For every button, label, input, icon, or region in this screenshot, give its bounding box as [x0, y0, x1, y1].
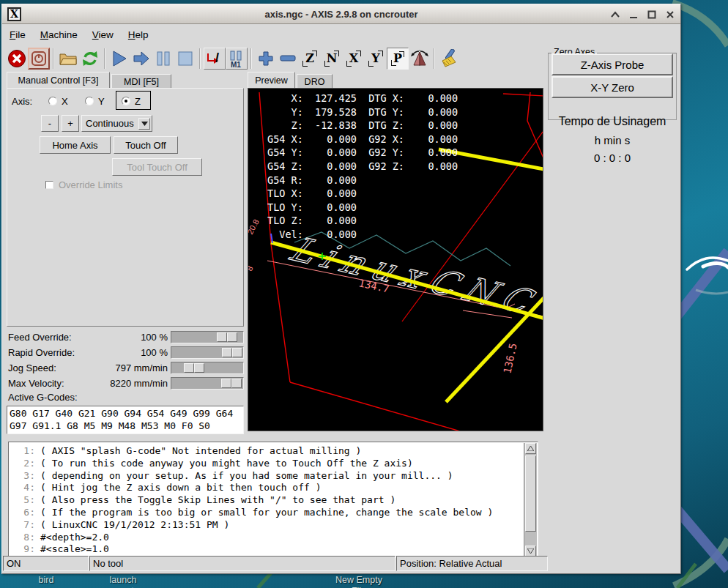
view-y-icon[interactable]: Y	[365, 48, 387, 70]
active-gcodes-label: Active G-Codes:	[8, 392, 78, 403]
axis-window: X axis.ngc - AXIS 2.9.8 on cncrouter Fil…	[1, 4, 681, 574]
slider-handle[interactable]	[184, 363, 194, 373]
scroll-up-icon[interactable]	[525, 443, 536, 454]
slider-handle[interactable]	[222, 348, 232, 357]
tab-dro[interactable]: DRO	[297, 74, 333, 89]
maximize-button[interactable]	[645, 8, 658, 21]
minimize-button[interactable]	[627, 8, 639, 21]
view-z-icon[interactable]: Z	[299, 48, 321, 70]
status-tool: No tool	[89, 556, 395, 571]
reload-icon[interactable]	[79, 48, 101, 70]
axis-y-label: Y	[98, 96, 105, 107]
view-x-icon[interactable]: X	[343, 48, 365, 70]
jog-speed-label: Jog Speed:	[8, 362, 56, 373]
menu-help[interactable]: Help	[121, 27, 156, 42]
window-title: axis.ngc - AXIS 2.9.8 on cncrouter	[2, 9, 680, 20]
jog-minus-button[interactable]: -	[41, 115, 59, 132]
estop-icon[interactable]	[6, 48, 28, 70]
menu-view[interactable]: View	[85, 27, 121, 42]
program-line: 2:( To run this code anyway you might ha…	[13, 458, 521, 470]
tab-preview[interactable]: Preview	[248, 72, 295, 89]
tempo-value: 0 : 0 : 0	[547, 152, 677, 164]
dro-readout: X: 127.425 DTG X: 0.000 Y: 179.528 DTG Y…	[267, 92, 458, 242]
program-line: 8:#<depth>=2.0	[13, 532, 521, 544]
zoom-out-icon[interactable]	[277, 48, 299, 70]
preview-canvas[interactable]: X: 127.425 DTG X: 0.000 Y: 179.528 DTG Y…	[248, 88, 543, 431]
status-machine-state: ON	[3, 556, 89, 571]
view-perspective-icon[interactable]: P	[387, 48, 409, 70]
status-position-mode: Position: Relative Actual	[396, 556, 548, 571]
menu-file[interactable]: File	[2, 27, 33, 42]
vertical-scrollbar[interactable]	[524, 443, 537, 557]
max-velocity-slider[interactable]	[171, 377, 244, 390]
manual-control-panel: Axis: X Y Z - + Continuous Home Axis Tou…	[7, 88, 244, 327]
status-text: No tool	[93, 558, 123, 569]
rapid-override-slider[interactable]	[171, 346, 244, 359]
slider-handle[interactable]	[227, 332, 237, 342]
desktop-icon-launch-cncrouter[interactable]: launch cncrouter	[86, 575, 160, 588]
feed-override-slider[interactable]	[171, 331, 244, 343]
jog-plus-button[interactable]: +	[62, 115, 79, 132]
tempo-title: Tempo de Usinagem	[547, 115, 677, 128]
desktop-icon-label: New Empty	[322, 575, 395, 586]
home-axis-button[interactable]: Home Axis	[40, 136, 111, 154]
menu-bar: File Machine View Help	[2, 25, 680, 44]
jog-speed-value: 797 mm/min	[90, 362, 168, 373]
shade-button[interactable]	[609, 8, 621, 21]
tab-label: Preview	[255, 75, 287, 86]
max-velocity-value: 8220 mm/min	[90, 378, 168, 389]
slider-handle[interactable]	[231, 379, 242, 388]
stop-icon[interactable]	[174, 48, 196, 70]
tab-mdi[interactable]: MDI [F5]	[111, 74, 171, 89]
status-text: ON	[7, 558, 21, 569]
scroll-down-icon[interactable]	[525, 546, 536, 557]
tab-manual-control[interactable]: Manual Control [F3]	[7, 72, 110, 89]
z-axis-probe-button[interactable]: Z-Axis Probe	[551, 53, 673, 75]
override-limits-label: Override Limits	[59, 179, 122, 190]
menu-machine[interactable]: Machine	[33, 27, 85, 42]
close-button[interactable]	[664, 8, 676, 21]
open-file-icon[interactable]	[57, 48, 79, 70]
x-y-zero-button[interactable]: X-Y Zero	[551, 76, 673, 98]
jog-mode-select[interactable]: Continuous	[81, 115, 152, 132]
optional-stop-m1-icon[interactable]: M1	[226, 48, 248, 70]
tool-touch-off-button: Tool Touch Off	[112, 158, 202, 176]
run-icon[interactable]	[108, 48, 130, 70]
toggle-skip-lines-icon[interactable]: /	[204, 48, 226, 70]
program-line: 3:( depending on your setup. As if you h…	[13, 470, 521, 483]
axis-x-radio[interactable]	[48, 97, 57, 105]
axis-x-label: X	[62, 96, 68, 107]
machine-power-icon[interactable]	[28, 48, 50, 70]
screen: bird launch cncrouter New Empty File X a…	[0, 0, 728, 588]
slider-handle[interactable]	[232, 348, 242, 357]
svg-text:/: /	[215, 51, 219, 65]
slider-handle[interactable]	[221, 379, 231, 388]
pause-icon[interactable]	[152, 48, 174, 70]
program-listing[interactable]: 1:( AXIS "splash G-code" Not intended fo…	[8, 442, 538, 558]
toolbar-separator	[199, 48, 201, 69]
touch-off-button[interactable]: Touch Off	[114, 136, 178, 154]
program-line: 4:( Hint jog the Z axis down a bit then …	[13, 482, 521, 494]
title-bar[interactable]: X axis.ngc - AXIS 2.9.8 on cncrouter	[2, 4, 680, 24]
axis-y-radio[interactable]	[85, 97, 94, 105]
tab-label: DRO	[305, 77, 325, 87]
axis-z-radio[interactable]	[122, 97, 130, 105]
tab-label: Manual Control [F3]	[18, 75, 99, 86]
program-line: 5:( Also press the Toggle Skip Lines wit…	[13, 494, 521, 507]
desktop-icon-bird[interactable]: bird	[21, 575, 72, 586]
view-z2-icon[interactable]: N	[321, 48, 343, 70]
clear-plot-icon[interactable]	[438, 48, 460, 70]
run-step-icon[interactable]	[130, 48, 152, 70]
jog-speed-slider[interactable]	[171, 362, 244, 374]
toolbar-separator	[53, 48, 54, 69]
desktop-icon-new-empty-file[interactable]: New Empty File	[322, 575, 395, 588]
slider-handle[interactable]	[217, 332, 227, 342]
svg-text:M1: M1	[231, 61, 241, 68]
toolbar-separator	[434, 48, 435, 69]
slider-handle[interactable]	[194, 363, 204, 373]
program-line: 1:( AXIS "splash G-code" Not intended fo…	[13, 445, 521, 458]
scrollbar-thumb[interactable]	[525, 455, 536, 532]
active-gcodes-text: G80 G17 G40 G21 G90 G94 G54 G49 G99 G64 …	[10, 407, 243, 432]
rotate-view-icon[interactable]	[409, 48, 431, 70]
zoom-in-icon[interactable]	[255, 48, 277, 70]
